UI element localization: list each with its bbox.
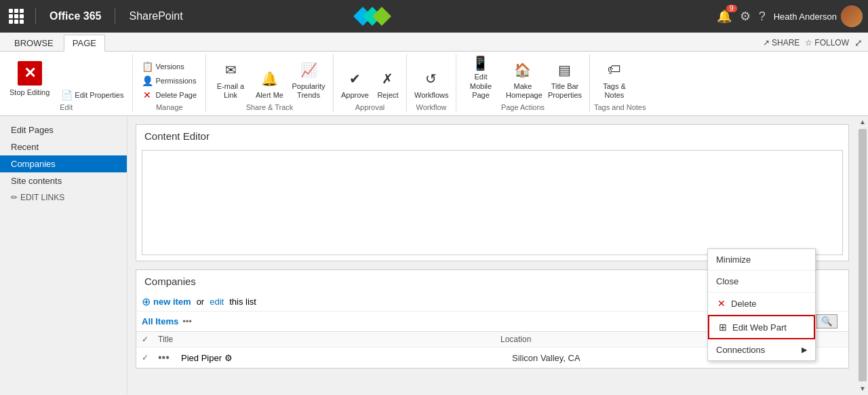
share-button[interactable]: ↗ SHARE xyxy=(763,38,800,48)
ribbon-stacked-edit: 📄 Edit Properties xyxy=(56,88,128,102)
all-items-more[interactable]: ••• xyxy=(182,316,192,326)
alert-me-label: Alert Me xyxy=(256,91,283,100)
row-context-dots[interactable]: ••• xyxy=(158,352,178,364)
all-items-link[interactable]: All Items xyxy=(142,316,178,326)
user-profile-button[interactable]: Heath Anderson xyxy=(774,5,863,27)
edit-properties-button[interactable]: 📄 Edit Properties xyxy=(58,88,127,102)
notification-button[interactable]: 🔔 9 xyxy=(717,9,732,24)
workflows-button[interactable]: ↺ Workflows xyxy=(411,56,452,102)
close-menu-item[interactable]: Close xyxy=(708,271,815,293)
app-launcher-button[interactable] xyxy=(5,5,27,27)
alert-me-button[interactable]: 🔔 Alert Me xyxy=(252,56,287,102)
delete-menu-icon: ✕ xyxy=(716,298,727,309)
ribbon-section-edit: ✕ Stop Editing 📄 Edit Properties Edit xyxy=(0,54,133,113)
properties-icon: 📄 xyxy=(61,90,72,100)
minimize-menu-item[interactable]: Minimize xyxy=(708,249,815,271)
stop-edit-icon: ✕ xyxy=(18,61,42,86)
make-homepage-label: Make Homepage xyxy=(506,82,540,100)
this-list-text: this list xyxy=(229,297,256,307)
expand-button[interactable]: ⤢ xyxy=(854,37,863,48)
edit-properties-label: Edit Properties xyxy=(75,91,123,99)
grid-icon xyxy=(9,9,24,24)
edit-links-label: EDIT LINKS xyxy=(20,193,64,202)
sidebar-item-site-contents[interactable]: Site contents xyxy=(0,172,127,189)
tags-notes-button[interactable]: 🏷 Tags & Notes xyxy=(594,56,635,102)
page-actions-section-label: Page Actions xyxy=(460,102,585,113)
scrollbar-track: ▲ ▼ xyxy=(857,116,868,394)
row-title[interactable]: Pied Piper ⚙ xyxy=(181,353,512,363)
edit-mobile-page-button[interactable]: 📱 Edit Mobile Page xyxy=(460,56,501,102)
stop-editing-button[interactable]: ✕ Stop Editing xyxy=(4,56,55,102)
nav-divider2 xyxy=(115,8,115,24)
email-icon: ✉ xyxy=(220,59,241,81)
office365-link[interactable]: Office 365 xyxy=(44,10,106,22)
workflows-label: Workflows xyxy=(414,91,448,100)
minimize-label: Minimize xyxy=(716,255,751,265)
sharepoint-link[interactable]: SharePoint xyxy=(123,10,188,22)
or-text: or xyxy=(197,297,205,307)
pencil-icon: ✏ xyxy=(11,193,18,202)
sidebar-edit-links[interactable]: ✏ EDIT LINKS xyxy=(0,189,127,206)
delete-menu-item[interactable]: ✕ Delete xyxy=(708,293,815,315)
popularity-trends-button[interactable]: 📈 Popularity Trends xyxy=(288,56,329,102)
edit-web-part-menu-item[interactable]: ⊞ Edit Web Part xyxy=(708,315,815,339)
row-check[interactable]: ✓ xyxy=(142,353,158,362)
follow-button[interactable]: ☆ FOLLOW xyxy=(805,38,849,48)
title-col-header: Title xyxy=(158,335,500,344)
ms-logo xyxy=(353,7,391,26)
reject-icon: ✗ xyxy=(377,68,399,90)
help-icon: ? xyxy=(759,10,766,24)
permissions-button[interactable]: 👤 Permissions xyxy=(138,74,200,88)
plus-icon: ⊕ xyxy=(142,295,151,308)
main-content: Content Editor Companies ⊕ new item or e… xyxy=(127,116,857,394)
tab-page[interactable]: PAGE xyxy=(64,35,105,52)
trends-icon: 📈 xyxy=(298,59,319,81)
stop-editing-label: Stop Editing xyxy=(9,88,50,96)
sidebar-item-recent[interactable]: Recent xyxy=(0,138,127,155)
versions-button[interactable]: 📋 Versions xyxy=(138,60,200,73)
delete-page-label: Delete Page xyxy=(155,91,197,99)
versions-icon: 📋 xyxy=(142,61,153,72)
help-button[interactable]: ? xyxy=(759,10,766,24)
workflow-icon: ↺ xyxy=(420,68,442,90)
scrollbar-up[interactable]: ▲ xyxy=(857,116,868,128)
sidebar-item-companies[interactable]: Companies xyxy=(0,155,127,172)
tab-browse[interactable]: BROWSE xyxy=(5,35,62,51)
reject-label: Reject xyxy=(377,91,398,100)
permissions-icon: 👤 xyxy=(142,75,153,86)
new-item-label: new item xyxy=(153,297,191,307)
follow-label: FOLLOW xyxy=(814,38,849,48)
new-item-button[interactable]: ⊕ new item xyxy=(142,295,191,308)
mobile-icon: 📱 xyxy=(470,55,492,71)
scrollbar-down[interactable]: ▼ xyxy=(857,383,868,394)
reject-button[interactable]: ✗ Reject xyxy=(374,56,402,102)
ribbon-section-share: ✉ E-mail a Link 🔔 Alert Me 📈 Popularity … xyxy=(206,54,334,113)
user-name: Heath Anderson xyxy=(774,12,837,22)
email-link-button[interactable]: ✉ E-mail a Link xyxy=(210,56,251,102)
ribbon-section-workflow: ↺ Workflows Workflow xyxy=(407,54,456,113)
ribbon-section-buttons-share: ✉ E-mail a Link 🔔 Alert Me 📈 Popularity … xyxy=(210,54,329,102)
approve-label: Approve xyxy=(341,91,369,100)
ribbon-section-buttons-edit: ✕ Stop Editing 📄 Edit Properties xyxy=(4,54,128,102)
settings-button[interactable]: ⚙ xyxy=(740,9,751,24)
ribbon-section-page-actions: 📱 Edit Mobile Page 🏠 Make Homepage ▤ Tit… xyxy=(456,54,590,113)
scrollbar-thumb[interactable] xyxy=(859,129,867,381)
edit-list-link[interactable]: edit xyxy=(210,297,224,307)
edit-section-label: Edit xyxy=(4,102,128,113)
sidebar-item-edit-pages[interactable]: Edit Pages xyxy=(0,121,127,138)
search-button[interactable]: 🔍 xyxy=(816,315,837,328)
content-editor-body[interactable] xyxy=(142,150,843,255)
ribbon-section-buttons-page-actions: 📱 Edit Mobile Page 🏠 Make Homepage ▤ Tit… xyxy=(460,54,585,102)
check-col-header: ✓ xyxy=(142,335,158,344)
connections-menu-item[interactable]: Connections ▶ xyxy=(708,339,815,360)
logo-svg xyxy=(353,7,391,26)
ribbon-stacked-manage: 📋 Versions 👤 Permissions ✕ Delete Page xyxy=(137,60,201,102)
workflow-section-label: Workflow xyxy=(411,102,452,113)
popularity-label: Popularity Trends xyxy=(292,82,326,100)
make-homepage-button[interactable]: 🏠 Make Homepage xyxy=(502,56,543,102)
approve-button[interactable]: ✔ Approve xyxy=(338,56,372,102)
ribbon-section-buttons-tags: 🏷 Tags & Notes xyxy=(594,54,646,102)
manage-section-label: Manage xyxy=(137,102,201,113)
delete-page-button[interactable]: ✕ Delete Page xyxy=(138,88,200,102)
title-bar-properties-button[interactable]: ▤ Title Bar Properties xyxy=(545,56,585,102)
